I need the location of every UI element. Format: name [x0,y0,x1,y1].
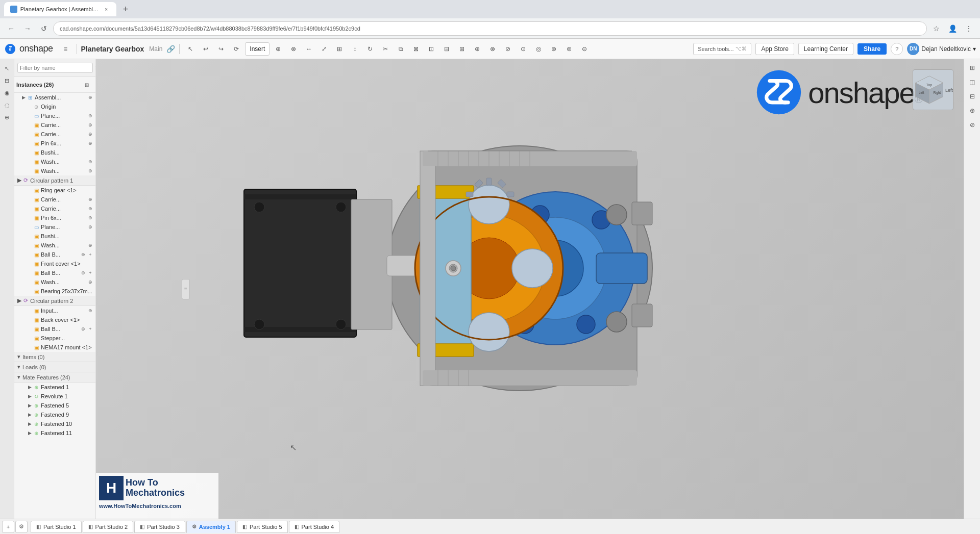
search-tools-box[interactable]: Search tools... ⌥⌘ [693,43,751,55]
assembly-action-1[interactable]: ⊕ [87,94,93,100]
tree-item-cp1-carrier2[interactable]: ▣ Carrie... ⊕ [14,204,95,213]
carrier1-action[interactable]: ⊕ [87,122,93,128]
tool-20[interactable]: ⊜ [562,42,576,56]
plane1-action[interactable]: ⊕ [87,113,93,119]
doc-link-icon[interactable]: 🔗 [166,45,175,53]
tree-item-revolute1[interactable]: ▶ ↻ Revolute 1 [14,392,95,401]
sidebar-collapse-handle[interactable]: ≡ [182,279,190,299]
insert-button[interactable]: Insert [245,42,270,56]
tool-7[interactable]: ↻ [363,42,377,56]
tree-item-plane1[interactable]: ▭ Plane... ⊕ [14,111,95,120]
tree-item-ball-b3[interactable]: ▣ Ball B... ⊕ + [14,324,95,334]
tool-11[interactable]: ⊡ [425,42,438,56]
active-tab[interactable]: Planetary Gearbox | Assembly 1 × [4,2,116,16]
loads-header[interactable]: ▾ Loads (0) [14,362,95,372]
tool-13[interactable]: ⊞ [455,42,469,56]
more-button[interactable]: ⋮ [962,21,976,36]
tree-item-carrier2[interactable]: ▣ Carrie... ⊕ [14,130,95,139]
wash2-action[interactable]: ⊕ [87,168,93,174]
tree-item-cp1-plane[interactable]: ▭ Plane... ⊕ [14,222,95,232]
wash1-action[interactable]: ⊕ [87,159,93,165]
tool-19[interactable]: ⊛ [547,42,560,56]
right-panel-btn-5[interactable]: ⊘ [966,118,979,132]
tree-item-bearing[interactable]: ▣ Bearing 25x37x7m... [14,287,95,296]
filter-input[interactable] [17,63,93,73]
tab-part-studio-2[interactable]: ◧ Part Studio 2 [83,521,134,533]
tree-item-fastened1[interactable]: ▶ ⊕ Fastened 1 [14,383,95,392]
app-store-button[interactable]: App Store [755,43,794,55]
tree-item-nema17[interactable]: ▣ NEMA17 mount <1> [14,343,95,352]
sidebar-icon-4[interactable]: ◌ [2,100,12,110]
items-header[interactable]: ▾ Items (0) [14,352,95,362]
tool-2[interactable]: ⊗ [287,42,300,56]
circular-pattern-2-header[interactable]: ▶ ⟳ Circular pattern 2 [14,296,95,306]
tree-item-back-cover[interactable]: ▣ Back cover <1> [14,315,95,324]
tree-item-ring-gear[interactable]: ▣ Ring gear <1> [14,186,95,195]
menu-button[interactable]: ≡ [59,42,72,56]
tool-10[interactable]: ⊠ [409,42,423,56]
tree-item-wash1[interactable]: ▣ Wash... ⊕ [14,157,95,166]
tool-undo[interactable]: ↩ [199,42,212,56]
back-button[interactable]: ← [4,21,18,36]
circular-pattern-1-header[interactable]: ▶ ⟳ Circular pattern 1 [14,175,95,186]
tool-18[interactable]: ◎ [532,42,545,56]
tree-item-wash2[interactable]: ▣ Wash... ⊕ [14,166,95,175]
profile-button[interactable]: 👤 [945,21,960,36]
tool-4[interactable]: ⤢ [317,42,331,56]
tool-9[interactable]: ⧉ [394,42,407,56]
tool-8[interactable]: ✂ [379,42,392,56]
tree-item-bushi[interactable]: ▣ Bushi... [14,148,95,157]
tool-21[interactable]: ⊝ [578,42,591,56]
sidebar-icon-cursor[interactable]: ↖ [2,63,12,73]
tree-item-input[interactable]: ▣ Input... ⊕ [14,306,95,315]
3d-viewport[interactable]: onshape ® [96,59,964,519]
tree-item-assembly[interactable]: ▶ ⊞ Assembl... ⊕ [14,93,95,102]
tree-item-cp1-wash[interactable]: ▣ Wash... ⊕ [14,241,95,250]
tool-redo[interactable]: ↪ [214,42,228,56]
carrier2-action[interactable]: ⊕ [87,131,93,137]
view-cube[interactable]: Top Right Left Left [913,69,953,110]
tool-15[interactable]: ⊗ [486,42,499,56]
tab-assembly-1[interactable]: ⚙ Assembly 1 [186,521,236,533]
mate-features-header[interactable]: ▾ Mate Features (24) [14,372,95,383]
share-button[interactable]: Share [857,43,887,55]
tab-close-button[interactable]: × [102,5,110,13]
new-tab-button[interactable]: + [118,2,133,16]
tool-14[interactable]: ⊕ [471,42,484,56]
tree-item-pin6x[interactable]: ▣ Pin 6x... ⊕ [14,139,95,148]
add-tab-button[interactable]: + [2,521,14,533]
bookmark-button[interactable]: ☆ [929,21,943,36]
learning-center-button[interactable]: Learning Center [798,43,853,55]
tab-part-studio-3[interactable]: ◧ Part Studio 3 [134,521,185,533]
tree-item-carrier1[interactable]: ▣ Carrie... ⊕ [14,120,95,130]
tree-item-fastened10[interactable]: ▶ ⊕ Fastened 10 [14,419,95,428]
instances-expand-icon[interactable]: ⊞ [80,78,93,91]
tab-part-studio-1[interactable]: ◧ Part Studio 1 [31,521,82,533]
tree-item-wash3[interactable]: ▣ Wash... ⊕ [14,277,95,287]
right-panel-btn-4[interactable]: ⊕ [966,104,979,117]
sidebar-icon-3[interactable]: ◉ [2,88,12,98]
tool-select[interactable]: ↖ [184,42,197,56]
tree-item-front-cover[interactable]: ▣ Front cover <1> [14,259,95,268]
tree-item-ball-b2[interactable]: ▣ Ball B... ⊕ + [14,268,95,277]
sidebar-icon-filter[interactable]: ⊟ [2,75,12,86]
user-menu[interactable]: DN Dejan Nedeltkovic ▾ [907,43,976,55]
url-bar[interactable]: cad.onshape.com/documents/5a13d645118279… [53,21,927,36]
tool-12[interactable]: ⊟ [440,42,453,56]
tree-item-fastened11[interactable]: ▶ ⊕ Fastened 11 [14,428,95,438]
tree-item-cp1-carrier1[interactable]: ▣ Carrie... ⊕ [14,195,95,204]
tree-item-cp1-bushi[interactable]: ▣ Bushi... [14,232,95,241]
sidebar-icon-5[interactable]: ⊕ [2,112,12,122]
settings-tab-button[interactable]: ⚙ [15,521,28,533]
tool-6[interactable]: ↕ [348,42,361,56]
help-button[interactable]: ? [891,43,903,55]
tool-17[interactable]: ⊙ [517,42,530,56]
tool-16[interactable]: ⊘ [501,42,514,56]
tree-item-stepper[interactable]: ▣ Stepper... [14,334,95,343]
tab-part-studio-4[interactable]: ◧ Part Studio 4 [289,521,340,533]
tree-item-fastened9[interactable]: ▶ ⊕ Fastened 9 [14,410,95,419]
tool-1[interactable]: ⊕ [272,42,285,56]
tree-item-fastened5[interactable]: ▶ ⊕ Fastened 5 [14,401,95,410]
refresh-button[interactable]: ↺ [37,21,51,36]
tool-regenerate[interactable]: ⟳ [230,42,243,56]
